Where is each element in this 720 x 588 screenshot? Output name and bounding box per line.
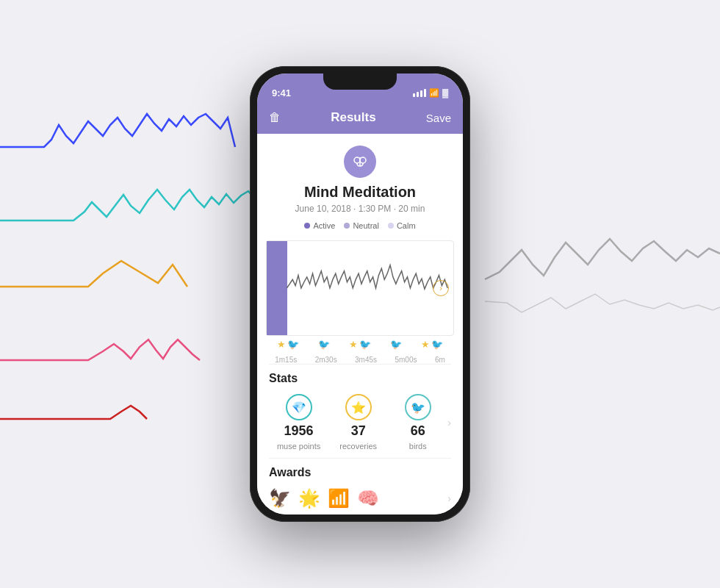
legend-calm: Calm bbox=[388, 221, 416, 230]
screen-content: Mind Meditation June 10, 2018 · 1:30 PM … bbox=[257, 134, 463, 514]
award-signal-icon: 📶 bbox=[328, 488, 350, 509]
chart-expand-button[interactable]: › bbox=[433, 280, 449, 296]
award-sun-icon: 🌟 bbox=[298, 488, 320, 509]
milestone-4: 🐦 bbox=[390, 339, 402, 350]
milestone-1: ★ 🐦 bbox=[277, 339, 299, 350]
brain-icon bbox=[344, 146, 376, 178]
stats-title: Stats bbox=[257, 365, 463, 391]
awards-row: 🦅 🌟 📶 🧠 › bbox=[257, 485, 463, 514]
awards-title: Awards bbox=[257, 459, 463, 485]
stat-label-recoveries: recoveries bbox=[339, 442, 377, 451]
awards-chevron-icon[interactable]: › bbox=[447, 492, 451, 504]
chart-legend: Active Neutral Calm bbox=[304, 221, 415, 230]
legend-dot-calm bbox=[388, 223, 394, 229]
star-icon-2: ★ bbox=[349, 339, 358, 350]
award-bird-icon: 🦅 bbox=[269, 488, 291, 509]
milestones-row: ★ 🐦 🐦 ★ 🐦 🐦 ★ 🐦 bbox=[257, 336, 463, 353]
legend-dot-neutral bbox=[344, 223, 350, 229]
award-icons: 🦅 🌟 📶 🧠 bbox=[269, 488, 447, 509]
chart-timeline: 1m15s 2m30s 3m45s 5m00s 6m bbox=[257, 353, 463, 364]
muse-points-icon: 💎 bbox=[286, 394, 312, 420]
header-title: Results bbox=[331, 110, 375, 125]
session-title: Mind Meditation bbox=[304, 184, 416, 201]
award-brain-icon: 🧠 bbox=[357, 488, 379, 509]
stat-value-recoveries: 37 bbox=[351, 423, 366, 439]
session-date: June 10, 2018 · 1:30 PM · 20 min bbox=[295, 204, 425, 214]
legend-neutral: Neutral bbox=[344, 221, 378, 230]
milestone-3: ★ 🐦 bbox=[349, 339, 371, 350]
svg-point-0 bbox=[354, 157, 360, 163]
phone-notch bbox=[323, 74, 397, 90]
star-icon-3: ★ bbox=[421, 339, 430, 350]
session-header: Mind Meditation June 10, 2018 · 1:30 PM … bbox=[257, 134, 463, 240]
legend-dot-active bbox=[304, 223, 310, 229]
bird-icon-5: 🐦 bbox=[431, 339, 443, 350]
bird-icon-3: 🐦 bbox=[359, 339, 371, 350]
save-button[interactable]: Save bbox=[426, 112, 451, 124]
delete-button[interactable]: 🗑 bbox=[269, 111, 281, 124]
stat-label-birds: birds bbox=[409, 442, 427, 451]
phone-device: 9:41 📶 ▓ 🗑 Results Save bbox=[250, 66, 470, 522]
status-time: 9:41 bbox=[272, 87, 291, 98]
stat-birds: 🐦 66 birds bbox=[388, 394, 447, 451]
bird-icon-1: 🐦 bbox=[287, 339, 299, 350]
milestone-5: ★ 🐦 bbox=[421, 339, 443, 350]
stat-recoveries: ⭐ 37 recoveries bbox=[328, 394, 388, 451]
stats-chevron-icon[interactable]: › bbox=[447, 417, 451, 429]
status-icons: 📶 ▓ bbox=[413, 88, 448, 98]
stat-muse-points: 💎 1956 muse points bbox=[269, 394, 328, 451]
legend-active: Active bbox=[304, 221, 335, 230]
stat-value-birds: 66 bbox=[411, 423, 425, 439]
bird-icon-4: 🐦 bbox=[390, 339, 402, 350]
svg-point-1 bbox=[360, 157, 366, 163]
bird-icon-2: 🐦 bbox=[318, 339, 330, 350]
battery-icon: ▓ bbox=[442, 88, 448, 97]
stats-row: 💎 1956 muse points ⭐ 37 recoveries 🐦 66 … bbox=[257, 391, 463, 458]
birds-icon: 🐦 bbox=[405, 394, 431, 420]
wifi-icon: 📶 bbox=[429, 88, 439, 98]
star-icon-1: ★ bbox=[277, 339, 286, 350]
stat-value-muse: 1956 bbox=[284, 423, 314, 439]
app-header: 🗑 Results Save bbox=[257, 106, 463, 134]
signal-icon bbox=[413, 89, 426, 97]
recoveries-icon: ⭐ bbox=[345, 394, 372, 420]
stat-label-muse: muse points bbox=[277, 442, 320, 451]
milestone-2: 🐦 bbox=[318, 339, 330, 350]
eeg-chart[interactable]: › bbox=[266, 240, 454, 336]
